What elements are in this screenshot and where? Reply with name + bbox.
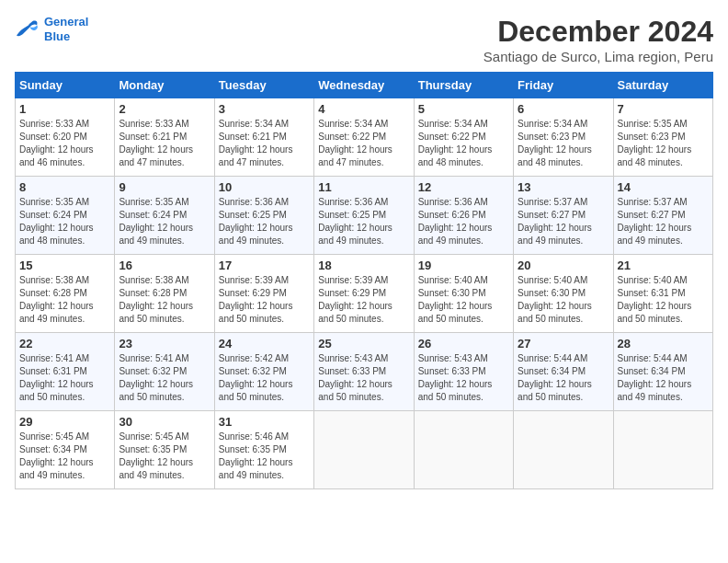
day-number: 12 [418, 180, 509, 194]
calendar-cell: 22Sunrise: 5:41 AMSunset: 6:31 PMDayligh… [16, 333, 115, 411]
calendar-cell: 23Sunrise: 5:41 AMSunset: 6:32 PMDayligh… [115, 333, 214, 411]
day-info: Sunrise: 5:34 AMSunset: 6:22 PMDaylight:… [318, 118, 409, 169]
day-info: Sunrise: 5:33 AMSunset: 6:21 PMDaylight:… [119, 118, 210, 169]
day-number: 27 [518, 337, 609, 350]
day-number: 9 [119, 180, 210, 194]
day-info: Sunrise: 5:35 AMSunset: 6:24 PMDaylight:… [19, 196, 110, 247]
day-info: Sunrise: 5:43 AMSunset: 6:33 PMDaylight:… [418, 352, 509, 404]
calendar-cell [314, 411, 414, 489]
day-info: Sunrise: 5:36 AMSunset: 6:26 PMDaylight:… [418, 196, 509, 247]
calendar-cell: 2Sunrise: 5:33 AMSunset: 6:21 PMDaylight… [115, 98, 214, 177]
day-number: 14 [618, 180, 709, 194]
day-number: 8 [19, 180, 110, 194]
logo-icon [15, 18, 40, 40]
day-info: Sunrise: 5:44 AMSunset: 6:34 PMDaylight:… [618, 352, 709, 404]
day-info: Sunrise: 5:43 AMSunset: 6:33 PMDaylight:… [318, 352, 409, 404]
calendar-cell: 17Sunrise: 5:39 AMSunset: 6:29 PMDayligh… [214, 255, 313, 333]
calendar-cell: 24Sunrise: 5:42 AMSunset: 6:32 PMDayligh… [214, 333, 313, 411]
calendar-cell: 29Sunrise: 5:45 AMSunset: 6:34 PMDayligh… [16, 411, 115, 489]
calendar-cell: 16Sunrise: 5:38 AMSunset: 6:28 PMDayligh… [115, 255, 214, 333]
day-number: 30 [119, 415, 210, 429]
calendar-cell: 4Sunrise: 5:34 AMSunset: 6:22 PMDaylight… [314, 98, 414, 177]
day-info: Sunrise: 5:38 AMSunset: 6:28 PMDaylight:… [119, 274, 210, 326]
day-number: 6 [518, 102, 609, 116]
day-number: 15 [19, 259, 110, 272]
weekday-header-tuesday: Tuesday [214, 73, 313, 98]
calendar-cell [613, 411, 712, 489]
day-number: 23 [119, 337, 210, 350]
calendar-cell: 9Sunrise: 5:35 AMSunset: 6:24 PMDaylight… [115, 177, 214, 255]
day-info: Sunrise: 5:41 AMSunset: 6:31 PMDaylight:… [19, 352, 110, 404]
day-number: 7 [618, 102, 709, 116]
weekday-header-wednesday: Wednesday [314, 73, 414, 98]
calendar-cell: 20Sunrise: 5:40 AMSunset: 6:30 PMDayligh… [514, 255, 613, 333]
weekday-header-monday: Monday [115, 73, 214, 98]
day-info: Sunrise: 5:35 AMSunset: 6:24 PMDaylight:… [119, 196, 210, 247]
calendar-cell: 15Sunrise: 5:38 AMSunset: 6:28 PMDayligh… [16, 255, 115, 333]
day-info: Sunrise: 5:34 AMSunset: 6:23 PMDaylight:… [518, 118, 609, 169]
day-number: 31 [219, 415, 310, 429]
weekday-header-thursday: Thursday [414, 73, 513, 98]
calendar-cell: 1Sunrise: 5:33 AMSunset: 6:20 PMDaylight… [16, 98, 115, 177]
day-info: Sunrise: 5:45 AMSunset: 6:35 PMDaylight:… [119, 431, 210, 482]
day-number: 10 [219, 180, 310, 194]
month-title: December 2024 [483, 15, 713, 49]
day-info: Sunrise: 5:42 AMSunset: 6:32 PMDaylight:… [219, 352, 310, 404]
day-info: Sunrise: 5:46 AMSunset: 6:35 PMDaylight:… [219, 431, 310, 482]
day-info: Sunrise: 5:37 AMSunset: 6:27 PMDaylight:… [518, 196, 609, 247]
calendar-table: SundayMondayTuesdayWednesdayThursdayFrid… [15, 72, 713, 489]
day-number: 19 [418, 259, 509, 272]
day-number: 18 [318, 259, 409, 272]
calendar-cell: 18Sunrise: 5:39 AMSunset: 6:29 PMDayligh… [314, 255, 414, 333]
calendar-week-5: 29Sunrise: 5:45 AMSunset: 6:34 PMDayligh… [16, 411, 713, 489]
location-subtitle: Santiago de Surco, Lima region, Peru [483, 49, 713, 64]
day-number: 29 [19, 415, 110, 429]
day-number: 13 [518, 180, 609, 194]
day-info: Sunrise: 5:36 AMSunset: 6:25 PMDaylight:… [318, 196, 409, 247]
day-info: Sunrise: 5:40 AMSunset: 6:30 PMDaylight:… [418, 274, 509, 326]
day-number: 26 [418, 337, 509, 350]
calendar-cell: 26Sunrise: 5:43 AMSunset: 6:33 PMDayligh… [414, 333, 513, 411]
calendar-cell: 11Sunrise: 5:36 AMSunset: 6:25 PMDayligh… [314, 177, 414, 255]
logo-text: General Blue [44, 15, 88, 43]
day-number: 5 [418, 102, 509, 116]
day-info: Sunrise: 5:44 AMSunset: 6:34 PMDaylight:… [518, 352, 609, 404]
day-number: 25 [318, 337, 409, 350]
day-info: Sunrise: 5:40 AMSunset: 6:30 PMDaylight:… [518, 274, 609, 326]
day-number: 3 [219, 102, 310, 116]
day-number: 24 [219, 337, 310, 350]
logo: General Blue [15, 15, 88, 43]
calendar-cell: 6Sunrise: 5:34 AMSunset: 6:23 PMDaylight… [514, 98, 613, 177]
calendar-cell: 19Sunrise: 5:40 AMSunset: 6:30 PMDayligh… [414, 255, 513, 333]
day-info: Sunrise: 5:39 AMSunset: 6:29 PMDaylight:… [318, 274, 409, 326]
calendar-cell: 21Sunrise: 5:40 AMSunset: 6:31 PMDayligh… [613, 255, 712, 333]
day-info: Sunrise: 5:34 AMSunset: 6:21 PMDaylight:… [219, 118, 310, 169]
day-info: Sunrise: 5:34 AMSunset: 6:22 PMDaylight:… [418, 118, 509, 169]
page-header: General Blue December 2024 Santiago de S… [15, 15, 713, 64]
calendar-cell [414, 411, 513, 489]
calendar-week-1: 1Sunrise: 5:33 AMSunset: 6:20 PMDaylight… [16, 98, 713, 177]
day-number: 4 [318, 102, 409, 116]
weekday-header-sunday: Sunday [16, 73, 115, 98]
weekday-header-saturday: Saturday [613, 73, 712, 98]
calendar-cell: 31Sunrise: 5:46 AMSunset: 6:35 PMDayligh… [214, 411, 313, 489]
day-number: 2 [119, 102, 210, 116]
calendar-header-row: SundayMondayTuesdayWednesdayThursdayFrid… [16, 73, 713, 98]
calendar-cell: 25Sunrise: 5:43 AMSunset: 6:33 PMDayligh… [314, 333, 414, 411]
day-number: 20 [518, 259, 609, 272]
day-number: 11 [318, 180, 409, 194]
day-info: Sunrise: 5:45 AMSunset: 6:34 PMDaylight:… [19, 431, 110, 482]
day-number: 22 [19, 337, 110, 350]
calendar-cell: 27Sunrise: 5:44 AMSunset: 6:34 PMDayligh… [514, 333, 613, 411]
calendar-cell: 30Sunrise: 5:45 AMSunset: 6:35 PMDayligh… [115, 411, 214, 489]
calendar-cell: 14Sunrise: 5:37 AMSunset: 6:27 PMDayligh… [613, 177, 712, 255]
title-block: December 2024 Santiago de Surco, Lima re… [483, 15, 713, 64]
calendar-cell [514, 411, 613, 489]
calendar-week-3: 15Sunrise: 5:38 AMSunset: 6:28 PMDayligh… [16, 255, 713, 333]
day-info: Sunrise: 5:35 AMSunset: 6:23 PMDaylight:… [618, 118, 709, 169]
day-info: Sunrise: 5:41 AMSunset: 6:32 PMDaylight:… [119, 352, 210, 404]
day-info: Sunrise: 5:37 AMSunset: 6:27 PMDaylight:… [618, 196, 709, 247]
day-number: 16 [119, 259, 210, 272]
calendar-cell: 8Sunrise: 5:35 AMSunset: 6:24 PMDaylight… [16, 177, 115, 255]
day-number: 21 [618, 259, 709, 272]
